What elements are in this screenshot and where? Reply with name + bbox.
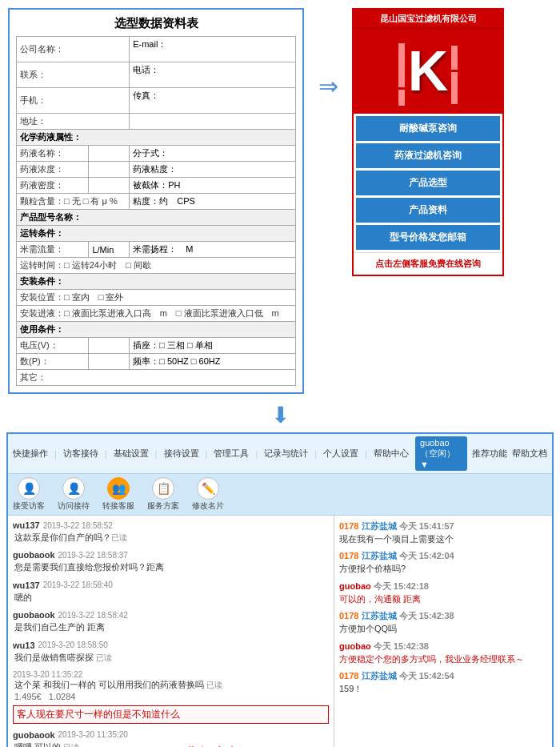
form-container: 选型数据资料表 公司名称： E-mail： 联系： 电话： 手机： — [8, 8, 304, 394]
tel-label: 电话： — [133, 65, 159, 74]
chem-name-label: 药液名称： — [17, 146, 89, 162]
contact-label: 联系： — [17, 62, 130, 88]
right-body-2: 可以的，沟通额 距离 — [339, 593, 547, 605]
msg-user-3: guobaook — [13, 610, 55, 620]
special-time: 2019-3-20 11:35:22 — [13, 670, 329, 679]
menu-item-3[interactable]: 产品资料 — [356, 198, 500, 223]
nav-label-plan: 服务方案 — [147, 500, 179, 512]
edit-icon: ✏️ — [197, 477, 219, 500]
chat-msg-1: guobaook 2019-3-22 18:58:37 您是需要我们直接给您报价… — [13, 550, 329, 573]
msg-time-1: 2019-3-22 18:58:37 — [58, 551, 128, 560]
right-msg-5: 0178 江苏盐城 今天 15:42:54 159！ — [339, 670, 547, 695]
chem-section-header: 化学药液属性： — [17, 130, 296, 146]
msg-body-2: 嗯的 — [13, 592, 329, 604]
menu-item-1[interactable]: 药液过滤机咨询 — [356, 143, 500, 168]
menu-item-0[interactable]: 耐酸碱泵咨询 — [356, 116, 500, 141]
form-table: 公司名称： E-mail： 联系： 电话： 手机： 传真： — [16, 36, 296, 386]
toolbar-item-basic[interactable]: 基础设置 — [114, 448, 149, 460]
email-input[interactable] — [133, 50, 292, 60]
right-header-0: 0178 江苏盐城 今天 15:41:57 — [339, 520, 547, 532]
chat-nav: 👤 接受访客 👤 访问接待 👥 转接客服 📋 服务方案 ✏️ 修改名片 — [8, 474, 552, 516]
plan-icon: 📋 — [152, 477, 174, 500]
toolbar-right: guobao（空闲）▼ 推荐功能 帮助文档 — [415, 436, 547, 471]
nav-label-transfer: 转接客服 — [102, 500, 134, 512]
viscosity-label: 药液粘度： — [130, 162, 296, 178]
phone-label: 手机： — [17, 88, 130, 114]
transfer-icon: 👥 — [107, 477, 130, 500]
nav-item-visit[interactable]: 👤 访问接待 — [58, 477, 90, 512]
density-label: 药液密度： — [17, 178, 89, 194]
company-header: 昆山国宝过滤机有限公司 — [354, 10, 502, 29]
menu-item-4[interactable]: 型号价格发您邮箱 — [356, 225, 500, 250]
toolbar-item-personal[interactable]: 个人设置 — [323, 448, 358, 460]
fax-row: 传真： — [130, 88, 296, 114]
power-val — [89, 354, 130, 370]
viscosity2-label: 粘度：约 CPS — [130, 194, 296, 210]
toolbar-item-receive[interactable]: 接待设置 — [164, 448, 199, 460]
toolbar-item-quickop[interactable]: 快捷操作 — [13, 448, 48, 460]
hz-label: 频率：□ 50HZ □ 60HZ — [130, 354, 296, 370]
right-msg-3: 0178 江苏盐城 今天 15:42:38 方便加个QQ吗 — [339, 610, 547, 635]
chat-section: 快捷操作 | 访客接待 | 基础设置 | 接待设置 | 管理工具 | 记录与统计… — [6, 432, 554, 747]
tel-input[interactable] — [133, 76, 292, 86]
nav-item-accept[interactable]: 👤 接受访客 — [13, 477, 45, 512]
runtime-label: 运转时间：□ 运转24小时 □ 间歇 — [17, 258, 296, 274]
fax-label: 传真： — [133, 90, 159, 100]
msg-user-1: guobaook — [13, 550, 55, 560]
toolbar-item-visit[interactable]: 访客接待 — [63, 448, 98, 460]
guobaook-header: guobaook 2019-3-20 11:35:20 — [13, 730, 329, 740]
nav-label-visit: 访问接待 — [58, 500, 90, 512]
user-badge[interactable]: guobao（空闲）▼ — [415, 436, 467, 471]
toolbar-item-help[interactable]: 帮助中心 — [374, 448, 409, 460]
nav-item-transfer[interactable]: 👥 转接客服 — [102, 477, 134, 512]
email-row: E-mail： — [130, 37, 296, 62]
condition-section: 运转条件： — [17, 226, 296, 242]
nav-item-plan[interactable]: 📋 服务方案 — [147, 477, 179, 512]
toolbar-item-mgmt[interactable]: 管理工具 — [214, 448, 249, 460]
concentration-val — [89, 162, 130, 178]
guobaook-user: guobaook — [13, 730, 55, 740]
toolbar-recommend[interactable]: 推荐功能 — [472, 448, 507, 460]
right-msg-0: 0178 江苏盐城 今天 15:41:57 现在我有一个项目上需要这个 — [339, 520, 547, 545]
arrow-right-container: ⇒ — [312, 8, 344, 100]
nav-label-edit: 修改名片 — [192, 500, 224, 512]
right-header-1: 0178 江苏盐城 今天 15:42:04 — [339, 550, 547, 562]
right-header-4: guobao 今天 15:42:38 — [339, 641, 547, 653]
msg-body-3: 是我们自己生产的 距离 — [13, 621, 329, 633]
chem-molecule: 分子式： — [130, 146, 296, 162]
chat-msg-0: wu137 2019-3-22 18:58:52 这款泵是你们自产的吗？已读 — [13, 520, 329, 544]
fax-input[interactable] — [133, 102, 292, 111]
right-header-3: 0178 江苏盐城 今天 15:42:38 — [339, 610, 547, 622]
toolbar-helpdoc[interactable]: 帮助文档 — [512, 448, 547, 460]
company-card: 昆山国宝过滤机有限公司 K 耐酸碱泵咨询 药液过滤机咨询 产品选型 产品资料 型… — [352, 8, 504, 276]
menu-item-2[interactable]: 产品选型 — [356, 171, 500, 195]
guobaook-time: 2019-3-20 11:35:20 — [58, 730, 128, 739]
density-val — [89, 178, 130, 194]
msg-body-1: 您是需要我们直接给您报价对吗？距离 — [13, 561, 329, 573]
read-0: 已读 — [111, 533, 127, 542]
right-msg-4: guobao 今天 15:42:38 方便稳定个您的多方式吗，我业业务经理联系～ — [339, 641, 547, 665]
usage-section: 使用条件： — [17, 322, 296, 338]
install-section: 安装条件： — [17, 274, 296, 290]
distance-label: 米需扬程： M — [130, 242, 296, 258]
right-header-5: 0178 江苏盐城 今天 15:42:54 — [339, 670, 547, 682]
chat-msg-header-1: guobaook 2019-3-22 18:58:37 — [13, 550, 329, 560]
toolbar-item-records[interactable]: 记录与统计 — [264, 448, 308, 460]
msg-user-4: wu13 — [13, 641, 35, 650]
msg-user-2: wu137 — [13, 580, 40, 590]
right-msg-2: guobao 今天 15:42:18 可以的，沟通额 距离 — [339, 580, 547, 605]
chat-wrapper: 快捷操作 | 访客接待 | 基础设置 | 接待设置 | 管理工具 | 记录与统计… — [0, 432, 560, 747]
msg-time-2: 2019-3-22 18:58:40 — [43, 580, 113, 589]
company-logo: K — [354, 29, 502, 114]
chat-msg-header-3: guobaook 2019-3-22 18:58:42 — [13, 610, 329, 620]
visit-icon: 👤 — [62, 477, 85, 500]
right-body-4: 方便稳定个您的多方式吗，我业业务经理联系～ — [339, 653, 547, 665]
nav-item-edit[interactable]: ✏️ 修改名片 — [192, 477, 224, 512]
special-values: 1.495€ 1.0284 — [13, 691, 329, 703]
particle-label: 颗粒含量：□ 无 □ 有 μ % — [17, 194, 130, 210]
msg-body-0: 这款泵是你们自产的吗？已读 — [13, 532, 329, 544]
top-section: 选型数据资料表 公司名称： E-mail： 联系： 电话： 手机： — [0, 0, 560, 398]
down-arrow-1: ⬇ — [0, 398, 560, 432]
accept-icon: 👤 — [18, 477, 40, 500]
msg-user-0: wu137 — [13, 520, 40, 530]
